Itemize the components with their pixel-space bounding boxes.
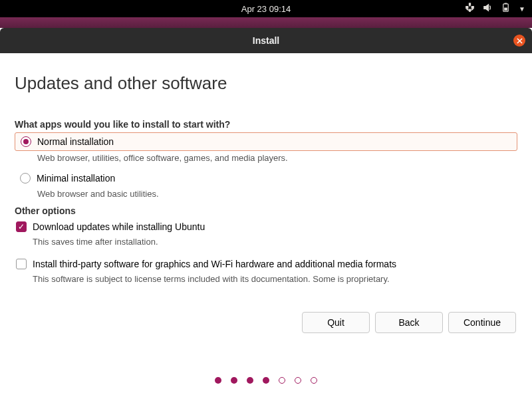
download-updates-desc: This saves time after installation. <box>33 237 517 247</box>
normal-install-desc: Web browser, utilities, office software,… <box>37 153 517 163</box>
other-options-heading: Other options <box>15 205 517 216</box>
apps-question: What apps would you like to install to s… <box>15 119 517 130</box>
window-title: Install <box>253 35 279 46</box>
checkbox-icon <box>16 221 27 232</box>
close-icon <box>517 35 523 46</box>
system-topbar: Apr 23 09:14 ▼ <box>0 0 532 17</box>
network-icon[interactable] <box>465 3 475 15</box>
volume-icon[interactable] <box>483 3 493 15</box>
third-party-desc: This software is subject to license term… <box>33 274 517 284</box>
window-titlebar: Install <box>0 28 532 53</box>
quit-button[interactable]: Quit <box>302 312 370 333</box>
datetime-label: Apr 23 09:14 <box>241 4 291 14</box>
checkbox-label: Install third-party software for graphic… <box>33 259 396 269</box>
window-ribbon <box>0 17 532 28</box>
radio-icon <box>21 136 31 147</box>
battery-icon[interactable] <box>501 3 511 15</box>
radio-label: Minimal installation <box>37 173 115 184</box>
back-button[interactable]: Back <box>375 312 443 333</box>
pager-dot <box>311 377 317 384</box>
radio-icon <box>20 173 31 184</box>
minimal-install-desc: Web browser and basic utilities. <box>37 189 517 199</box>
checkbox-label: Download updates while installing Ubuntu <box>33 221 205 232</box>
pager-dot <box>295 377 301 384</box>
button-row: Quit Back Continue <box>15 312 517 333</box>
installer-content: Updates and other software What apps wou… <box>0 53 532 333</box>
continue-button[interactable]: Continue <box>448 312 516 333</box>
checkbox-icon <box>16 259 27 269</box>
radio-label: Normal installation <box>37 136 114 147</box>
radio-minimal-installation[interactable]: Minimal installation <box>15 170 517 187</box>
pager-dot <box>279 377 285 384</box>
progress-pager <box>0 377 532 384</box>
pager-dot <box>231 377 237 384</box>
system-tray[interactable]: ▼ <box>465 0 525 17</box>
tray-menu-caret[interactable]: ▼ <box>519 5 525 13</box>
pager-dot <box>215 377 221 384</box>
svg-rect-1 <box>505 3 507 3</box>
page-title: Updates and other software <box>15 73 517 94</box>
radio-normal-installation[interactable]: Normal installation <box>15 132 517 151</box>
close-button[interactable] <box>513 35 525 47</box>
svg-rect-2 <box>504 8 507 11</box>
pager-dot <box>247 377 253 384</box>
checkbox-third-party[interactable]: Install third-party software for graphic… <box>15 256 517 272</box>
pager-dot <box>263 377 269 384</box>
checkbox-download-updates[interactable]: Download updates while installing Ubuntu <box>15 219 517 235</box>
